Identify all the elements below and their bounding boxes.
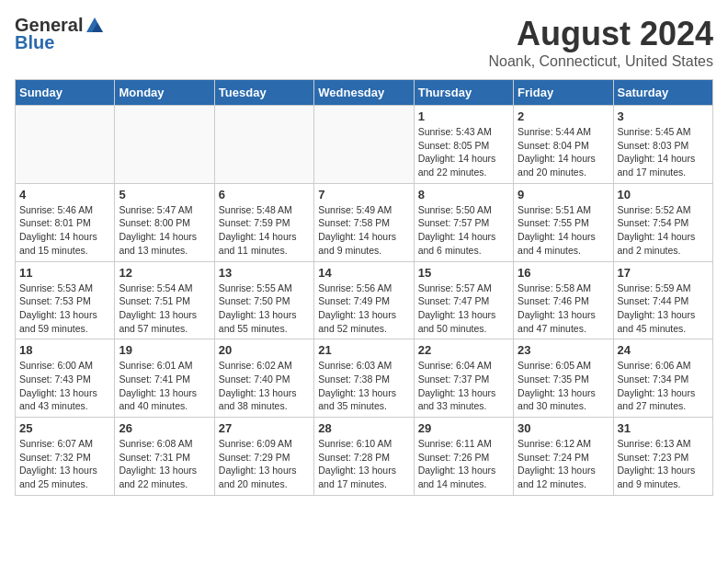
calendar-cell: 9Sunrise: 5:51 AM Sunset: 7:55 PM Daylig…: [514, 183, 613, 261]
day-number: 24: [618, 343, 709, 357]
day-info: Sunrise: 6:12 AM Sunset: 7:24 PM Dayligh…: [518, 437, 609, 491]
calendar-cell: 18Sunrise: 6:00 AM Sunset: 7:43 PM Dayli…: [16, 339, 115, 418]
day-info: Sunrise: 5:56 AM Sunset: 7:49 PM Dayligh…: [318, 282, 409, 336]
day-number: 28: [318, 421, 409, 435]
day-info: Sunrise: 6:11 AM Sunset: 7:26 PM Dayligh…: [418, 437, 509, 491]
day-number: 6: [219, 188, 310, 201]
calendar-cell: 28Sunrise: 6:10 AM Sunset: 7:28 PM Dayli…: [314, 418, 414, 496]
day-info: Sunrise: 6:02 AM Sunset: 7:40 PM Dayligh…: [219, 359, 310, 413]
calendar-cell: 4Sunrise: 5:46 AM Sunset: 8:01 PM Daylig…: [16, 183, 115, 261]
day-info: Sunrise: 5:52 AM Sunset: 7:54 PM Dayligh…: [618, 203, 709, 258]
day-info: Sunrise: 5:55 AM Sunset: 7:50 PM Dayligh…: [219, 282, 310, 336]
day-info: Sunrise: 6:03 AM Sunset: 7:38 PM Dayligh…: [318, 359, 409, 413]
day-number: 11: [19, 266, 110, 280]
day-info: Sunrise: 6:00 AM Sunset: 7:43 PM Dayligh…: [19, 359, 110, 413]
weekday-header-row: SundayMondayTuesdayWednesdayThursdayFrid…: [16, 80, 713, 106]
day-number: 22: [418, 343, 509, 357]
calendar-cell: 12Sunrise: 5:54 AM Sunset: 7:51 PM Dayli…: [115, 261, 214, 339]
day-number: 13: [219, 266, 310, 280]
day-number: 3: [618, 109, 709, 123]
calendar-cell: 25Sunrise: 6:07 AM Sunset: 7:32 PM Dayli…: [16, 418, 115, 496]
day-info: Sunrise: 6:05 AM Sunset: 7:35 PM Dayligh…: [518, 359, 609, 413]
day-number: 30: [518, 421, 609, 435]
calendar-cell: 23Sunrise: 6:05 AM Sunset: 7:35 PM Dayli…: [514, 339, 613, 418]
month-title: August 2024: [488, 15, 713, 53]
day-info: Sunrise: 5:43 AM Sunset: 8:05 PM Dayligh…: [418, 125, 509, 179]
day-info: Sunrise: 5:57 AM Sunset: 7:47 PM Dayligh…: [418, 282, 509, 336]
day-info: Sunrise: 5:50 AM Sunset: 7:57 PM Dayligh…: [418, 203, 509, 258]
day-number: 15: [418, 266, 509, 280]
day-info: Sunrise: 5:48 AM Sunset: 7:59 PM Dayligh…: [219, 203, 310, 258]
day-number: 9: [518, 188, 609, 201]
calendar-cell: [16, 106, 115, 184]
calendar-cell: 11Sunrise: 5:53 AM Sunset: 7:53 PM Dayli…: [16, 261, 115, 339]
day-number: 23: [518, 343, 609, 357]
day-number: 12: [119, 266, 210, 280]
day-info: Sunrise: 5:53 AM Sunset: 7:53 PM Dayligh…: [19, 282, 110, 336]
day-number: 1: [418, 109, 509, 123]
calendar-cell: 10Sunrise: 5:52 AM Sunset: 7:54 PM Dayli…: [613, 183, 712, 261]
calendar-cell: 15Sunrise: 5:57 AM Sunset: 7:47 PM Dayli…: [414, 261, 513, 339]
calendar-cell: 24Sunrise: 6:06 AM Sunset: 7:34 PM Dayli…: [613, 339, 712, 418]
week-row-4: 18Sunrise: 6:00 AM Sunset: 7:43 PM Dayli…: [16, 339, 713, 418]
day-info: Sunrise: 6:13 AM Sunset: 7:23 PM Dayligh…: [618, 437, 709, 491]
week-row-2: 4Sunrise: 5:46 AM Sunset: 8:01 PM Daylig…: [16, 183, 713, 261]
calendar-cell: 20Sunrise: 6:02 AM Sunset: 7:40 PM Dayli…: [214, 339, 313, 418]
calendar-cell: 14Sunrise: 5:56 AM Sunset: 7:49 PM Dayli…: [314, 261, 414, 339]
calendar-cell: 29Sunrise: 6:11 AM Sunset: 7:26 PM Dayli…: [414, 418, 513, 496]
day-info: Sunrise: 5:45 AM Sunset: 8:03 PM Dayligh…: [618, 125, 709, 179]
day-info: Sunrise: 5:58 AM Sunset: 7:46 PM Dayligh…: [518, 282, 609, 336]
day-info: Sunrise: 5:51 AM Sunset: 7:55 PM Dayligh…: [518, 203, 609, 258]
calendar-cell: 26Sunrise: 6:08 AM Sunset: 7:31 PM Dayli…: [115, 418, 214, 496]
logo-blue-text: Blue: [15, 32, 54, 53]
calendar-cell: 13Sunrise: 5:55 AM Sunset: 7:50 PM Dayli…: [214, 261, 313, 339]
day-number: 16: [518, 266, 609, 280]
day-number: 26: [119, 421, 210, 435]
week-row-3: 11Sunrise: 5:53 AM Sunset: 7:53 PM Dayli…: [16, 261, 713, 339]
week-row-1: 1Sunrise: 5:43 AM Sunset: 8:05 PM Daylig…: [16, 106, 713, 184]
day-number: 21: [318, 343, 409, 357]
calendar-cell: 5Sunrise: 5:47 AM Sunset: 8:00 PM Daylig…: [115, 183, 214, 261]
calendar-cell: 1Sunrise: 5:43 AM Sunset: 8:05 PM Daylig…: [414, 106, 513, 184]
day-number: 19: [119, 343, 210, 357]
weekday-header-monday: Monday: [115, 80, 214, 106]
day-info: Sunrise: 5:46 AM Sunset: 8:01 PM Dayligh…: [19, 203, 110, 258]
weekday-header-saturday: Saturday: [613, 80, 712, 106]
weekday-header-wednesday: Wednesday: [314, 80, 414, 106]
weekday-header-sunday: Sunday: [16, 80, 115, 106]
day-number: 4: [19, 188, 110, 201]
day-number: 20: [219, 343, 310, 357]
calendar-cell: 22Sunrise: 6:04 AM Sunset: 7:37 PM Dayli…: [414, 339, 513, 418]
calendar-cell: [214, 106, 313, 184]
weekday-header-thursday: Thursday: [414, 80, 513, 106]
day-number: 5: [119, 188, 210, 201]
day-info: Sunrise: 6:06 AM Sunset: 7:34 PM Dayligh…: [618, 359, 709, 413]
day-info: Sunrise: 6:08 AM Sunset: 7:31 PM Dayligh…: [119, 437, 210, 491]
calendar-cell: 30Sunrise: 6:12 AM Sunset: 7:24 PM Dayli…: [514, 418, 613, 496]
day-number: 2: [518, 109, 609, 123]
day-number: 10: [618, 188, 709, 201]
day-number: 14: [318, 266, 409, 280]
day-info: Sunrise: 6:10 AM Sunset: 7:28 PM Dayligh…: [318, 437, 409, 491]
calendar-table: SundayMondayTuesdayWednesdayThursdayFrid…: [15, 79, 713, 496]
weekday-header-tuesday: Tuesday: [214, 80, 313, 106]
day-info: Sunrise: 6:07 AM Sunset: 7:32 PM Dayligh…: [19, 437, 110, 491]
day-info: Sunrise: 6:09 AM Sunset: 7:29 PM Dayligh…: [219, 437, 310, 491]
logo: General Blue: [15, 15, 105, 53]
day-number: 25: [19, 421, 110, 435]
calendar-cell: [115, 106, 214, 184]
calendar-cell: 17Sunrise: 5:59 AM Sunset: 7:44 PM Dayli…: [613, 261, 712, 339]
day-number: 8: [418, 188, 509, 201]
day-number: 29: [418, 421, 509, 435]
day-info: Sunrise: 6:04 AM Sunset: 7:37 PM Dayligh…: [418, 359, 509, 413]
title-area: August 2024 Noank, Connecticut, United S…: [488, 15, 713, 70]
location-title: Noank, Connecticut, United States: [488, 53, 713, 70]
day-number: 7: [318, 188, 409, 201]
calendar-cell: 8Sunrise: 5:50 AM Sunset: 7:57 PM Daylig…: [414, 183, 513, 261]
calendar-cell: 16Sunrise: 5:58 AM Sunset: 7:46 PM Dayli…: [514, 261, 613, 339]
day-number: 17: [618, 266, 709, 280]
logo-icon: [85, 16, 105, 36]
day-info: Sunrise: 5:44 AM Sunset: 8:04 PM Dayligh…: [518, 125, 609, 179]
calendar-cell: 6Sunrise: 5:48 AM Sunset: 7:59 PM Daylig…: [214, 183, 313, 261]
calendar-cell: 2Sunrise: 5:44 AM Sunset: 8:04 PM Daylig…: [514, 106, 613, 184]
